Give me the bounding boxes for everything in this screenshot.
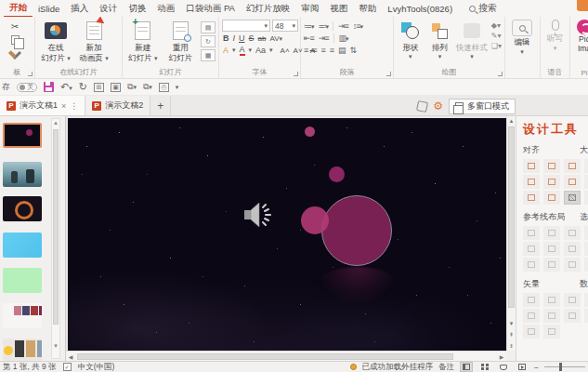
menu-tab-review[interactable]: 审阅 (295, 0, 324, 17)
next-slide-button[interactable]: ⇟ (507, 341, 516, 351)
vector-button-2[interactable] (543, 293, 560, 307)
strikethrough-button[interactable]: S (249, 33, 255, 43)
menu-tab-slideshow[interactable]: 幻灯片放映 (241, 0, 296, 17)
settings-gear-icon[interactable]: ⚙ (433, 100, 443, 112)
close-tab-icon[interactable]: × (61, 101, 66, 111)
dictate-button[interactable]: 听写 ▾ (543, 20, 567, 52)
change-case-button[interactable]: Aa (255, 46, 266, 55)
previous-slide-button[interactable]: ⇞ (507, 330, 516, 339)
slide-thumbnail-7[interactable] (3, 339, 42, 361)
align-grid-button[interactable] (564, 191, 581, 205)
new-slide-button[interactable]: + 新建 幻灯片 ▾ (125, 20, 161, 62)
menu-tab-insert[interactable]: 插入 (65, 0, 94, 17)
font-name-input[interactable] (225, 21, 264, 31)
menu-tab-pocket-animation[interactable]: 口袋动画 PA (180, 0, 241, 17)
section-button[interactable]: ▦ (201, 49, 216, 61)
qat-table-button[interactable]: ⊞ (94, 83, 104, 92)
vertical-scroll-thumb[interactable] (508, 126, 515, 308)
notes-button[interactable]: 备注 (438, 362, 454, 372)
slide[interactable] (68, 118, 506, 351)
font-dialog-launcher[interactable] (294, 72, 298, 76)
guide-button-9[interactable] (564, 258, 581, 272)
scroll-down-icon[interactable]: ▼ (52, 342, 59, 351)
menu-tab-design[interactable]: 设计 (94, 0, 123, 17)
char-spacing-button[interactable]: AV▾ (269, 34, 282, 43)
search-box[interactable]: 搜索 (469, 2, 497, 15)
slide-thumbnail-3[interactable] (3, 196, 42, 221)
guide-button-2[interactable] (543, 226, 560, 240)
size-button-3[interactable] (584, 191, 588, 205)
qat-copy-slide-button[interactable]: ⧉▾ (127, 83, 137, 91)
bold-button[interactable]: B (223, 33, 229, 43)
menu-tab-home[interactable]: 开始 (4, 0, 33, 18)
underline-button[interactable]: U (239, 33, 245, 43)
language-indicator[interactable]: 中文(中国) (78, 362, 115, 372)
guide-button-4[interactable] (523, 242, 540, 256)
vector-button-3[interactable] (564, 293, 581, 307)
reuse-slide-button[interactable]: 重用 幻灯片 (163, 20, 199, 62)
doc-tab-2[interactable]: P 演示文稿2 (85, 96, 150, 115)
numbering-button[interactable]: ≕▾ (319, 21, 329, 31)
multi-window-button[interactable]: 多窗口模式 (449, 99, 516, 114)
qat-print-button[interactable]: ⎙ (159, 83, 169, 92)
reading-view-button[interactable] (497, 362, 510, 372)
menu-tab-view[interactable]: 视图 (324, 0, 353, 17)
align-center-objects-button[interactable] (543, 159, 560, 173)
thumbnail-scrollbar[interactable]: ▲ ▼ (51, 118, 60, 359)
guide-button-7[interactable] (523, 258, 540, 272)
vector-button-5[interactable] (543, 309, 560, 323)
guide-button-1[interactable] (523, 226, 540, 240)
zoom-out-button[interactable]: − (534, 363, 539, 372)
drawing-dialog-launcher[interactable] (498, 72, 503, 76)
select-button-3[interactable] (584, 258, 588, 272)
line-spacing-button[interactable]: ↕≡▾ (353, 21, 362, 31)
add-animation-page-button[interactable]: 新加 动画页 ▾ (76, 20, 111, 62)
copy-icon[interactable] (11, 35, 20, 45)
bullets-button[interactable]: ≔▾ (304, 21, 314, 31)
tab-menu-icon[interactable]: ⋮ (70, 101, 78, 111)
align-left-button[interactable]: ≡ (304, 46, 307, 55)
number-button-2[interactable] (584, 309, 588, 323)
layout-button[interactable]: ▤ (201, 21, 216, 33)
qat-duplicate-button[interactable]: ⧉▾ (143, 83, 152, 91)
slide-sorter-view-button[interactable] (478, 362, 491, 372)
clipboard-dialog-launcher[interactable] (28, 72, 33, 76)
select-button-2[interactable] (584, 242, 588, 256)
text-direction-button[interactable]: ▤ (338, 46, 346, 55)
zoom-slider-handle[interactable] (559, 363, 562, 371)
arrange-button[interactable]: 排列 ▾ (427, 20, 453, 60)
select-button-1[interactable] (584, 226, 588, 240)
vector-button-6[interactable] (564, 309, 581, 323)
doc-tab-1[interactable]: P 演示文稿1 × ⋮ (0, 96, 85, 115)
align-right-button[interactable]: ≡ (321, 46, 325, 55)
tabbar-tool-icon[interactable] (416, 100, 428, 112)
slide-thumbnail-6[interactable] (3, 303, 42, 328)
slide-circle[interactable] (321, 195, 392, 266)
normal-view-button[interactable] (460, 362, 473, 372)
vertical-scrollbar[interactable]: ▲ ▼ ⇞ ⇟ (506, 116, 516, 351)
size-button-2[interactable] (584, 175, 588, 189)
menu-tab-islide[interactable]: iSlide (33, 1, 65, 16)
zoom-slider[interactable] (544, 366, 585, 367)
horizontal-scroll-thumb[interactable] (77, 353, 453, 360)
align-bottom-objects-button[interactable] (564, 175, 581, 189)
subscript-button[interactable]: ab (258, 34, 267, 43)
save-button[interactable] (44, 82, 54, 92)
indent-more-button[interactable]: ⇥≡ (338, 21, 348, 31)
menu-tab-help[interactable]: 帮助 (353, 0, 382, 17)
guide-button-8[interactable] (543, 258, 560, 272)
qat-more-button[interactable]: ▾ (176, 84, 179, 91)
number-button-1[interactable] (584, 293, 588, 307)
autosave-toggle[interactable]: 关 (17, 83, 37, 92)
font-size-combo[interactable]: ▾ (272, 20, 298, 32)
grow-font-button[interactable]: A˄ (281, 46, 290, 55)
slide-circle[interactable] (329, 166, 345, 182)
quick-styles-button[interactable]: 快速样式 ▾ (455, 20, 489, 60)
shape-fill-icon[interactable]: ◆▾ (491, 21, 502, 30)
new-tab-button[interactable]: + (150, 96, 171, 115)
cut-icon[interactable]: ✂ (11, 21, 19, 32)
shape-outline-icon[interactable]: ✎▾ (491, 32, 502, 40)
guide-button-5[interactable] (543, 242, 560, 256)
distribute-vertical-button[interactable] (543, 191, 560, 205)
font-name-combo[interactable]: ▾ (222, 20, 270, 32)
